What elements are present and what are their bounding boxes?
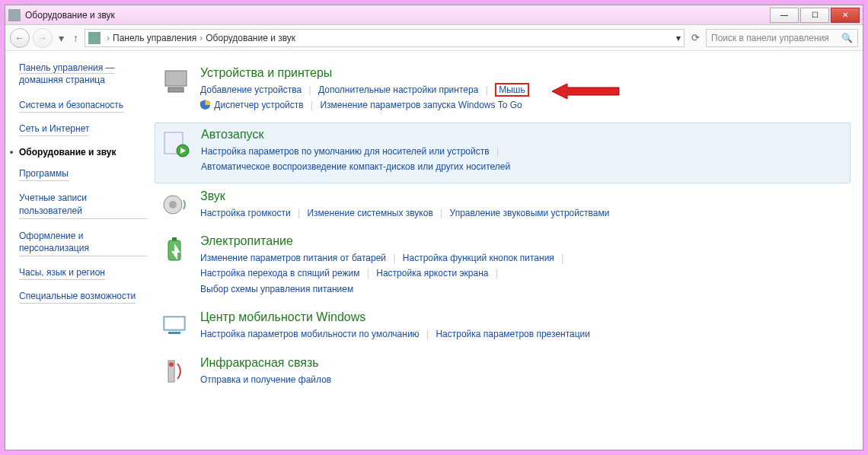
category-autoplay: Автозапуск Настройка параметров по умолч…: [155, 123, 850, 183]
sidebar: Панель управления — домашняя страница Си…: [5, 51, 155, 450]
link-brightness[interactable]: Настройка яркости экрана: [376, 268, 488, 278]
category-sound: Звук Настройка громкости | Изменение сис…: [155, 185, 850, 228]
infrared-icon: [161, 356, 191, 387]
link-system-sounds[interactable]: Изменение системных звуков: [307, 208, 432, 218]
category-title[interactable]: Автозапуск: [201, 128, 844, 142]
link-power-buttons[interactable]: Настройка функций кнопок питания: [403, 253, 554, 263]
svg-rect-1: [168, 88, 183, 92]
link-presentation[interactable]: Настройка параметров презентации: [436, 329, 590, 339]
history-dropdown[interactable]: ▾: [56, 32, 67, 44]
svg-point-14: [169, 362, 174, 367]
sidebar-item-users[interactable]: Учетные записи пользователей: [19, 192, 147, 218]
svg-rect-11: [165, 318, 183, 329]
svg-rect-0: [165, 71, 187, 86]
category-mobility: Центр мобильности Windows Настройка пара…: [155, 306, 850, 349]
category-devices: Устройства и принтеры Добавление устройс…: [155, 62, 850, 121]
sidebar-home-link[interactable]: Панель управления — домашняя страница: [19, 62, 147, 86]
breadcrumb-segment[interactable]: Панель управления: [113, 33, 196, 43]
sidebar-item-clock[interactable]: Часы, язык и регион: [19, 267, 105, 280]
refresh-button[interactable]: ⟳: [688, 32, 703, 43]
address-bar: ← → ▾ ↑ › Панель управления › Оборудован…: [5, 25, 863, 51]
category-title[interactable]: Центр мобильности Windows: [200, 310, 844, 324]
window-icon: [8, 9, 21, 21]
minimize-button[interactable]: —: [770, 8, 799, 23]
shield-icon: [200, 99, 210, 109]
titlebar: Оборудование и звук — ☐ ✕: [5, 5, 863, 25]
svg-marker-2: [552, 84, 619, 99]
arrow-annotation: [552, 82, 621, 105]
back-button[interactable]: ←: [10, 28, 30, 48]
link-add-device[interactable]: Добавление устройства: [200, 84, 302, 95]
link-battery[interactable]: Изменение параметров питания от батарей: [200, 253, 386, 263]
control-panel-window: Оборудование и звук — ☐ ✕ ← → ▾ ↑ › Пане…: [5, 5, 863, 450]
sound-icon: [161, 189, 191, 220]
window-title: Оборудование и звук: [25, 10, 770, 21]
chevron-right-icon: ›: [107, 33, 110, 43]
content-area: Устройства и принтеры Добавление устройс…: [155, 51, 863, 450]
svg-rect-12: [168, 332, 180, 334]
sidebar-item-programs[interactable]: Программы: [19, 168, 69, 181]
category-title[interactable]: Инфракрасная связь: [200, 356, 844, 370]
category-title[interactable]: Электропитание: [200, 234, 844, 248]
category-title[interactable]: Устройства и принтеры: [200, 66, 844, 80]
link-autoplay-defaults[interactable]: Настройка параметров по умолчанию для но…: [201, 146, 490, 157]
maximize-button[interactable]: ☐: [800, 8, 829, 23]
link-ir-sendrecv[interactable]: Отправка и получение файлов: [200, 374, 331, 385]
search-placeholder: Поиск в панели управления: [711, 33, 829, 43]
category-infrared: Инфракрасная связь Отправка и получение …: [155, 352, 850, 395]
link-mobility-defaults[interactable]: Настройка параметров мобильности по умол…: [200, 329, 420, 339]
svg-rect-9: [172, 237, 177, 240]
link-device-manager[interactable]: Диспетчер устройств: [214, 100, 303, 110]
breadcrumb-segment[interactable]: Оборудование и звук: [206, 33, 295, 43]
link-sleep[interactable]: Настройка перехода в спящий режим: [200, 268, 359, 278]
category-title[interactable]: Звук: [200, 189, 844, 203]
forward-button[interactable]: →: [33, 28, 53, 48]
chevron-down-icon[interactable]: ▾: [676, 33, 681, 43]
link-printer-settings[interactable]: Дополнительные настройки принтера: [318, 84, 478, 95]
link-windows-togo[interactable]: Изменение параметров запуска Windows To …: [320, 100, 522, 110]
autoplay-icon: [161, 128, 192, 158]
chevron-right-icon: ›: [199, 33, 203, 43]
sidebar-item-hardware[interactable]: Оборудование и звук: [19, 147, 147, 158]
power-icon: [161, 234, 191, 265]
sidebar-item-accessibility[interactable]: Специальные возможности: [19, 291, 136, 304]
sidebar-item-network[interactable]: Сеть и Интернет: [19, 123, 89, 136]
sidebar-item-system[interactable]: Система и безопасность: [19, 100, 123, 113]
up-button[interactable]: ↑: [70, 32, 81, 44]
control-panel-icon: [88, 32, 101, 44]
link-autoplay-cd[interactable]: Автоматическое воспроизведение компакт-д…: [201, 161, 510, 172]
devices-printers-icon: [161, 66, 191, 97]
category-power: Электропитание Изменение параметров пита…: [155, 230, 850, 304]
mobility-center-icon: [161, 310, 191, 341]
search-input[interactable]: Поиск в панели управления 🔍: [706, 29, 858, 47]
link-volume[interactable]: Настройка громкости: [200, 208, 291, 218]
link-mouse[interactable]: Мышь: [495, 83, 529, 97]
svg-point-7: [169, 201, 177, 208]
sidebar-item-appearance[interactable]: Оформление и персонализация: [19, 230, 147, 256]
breadcrumb[interactable]: › Панель управления › Оборудование и зву…: [85, 29, 685, 47]
search-icon: 🔍: [841, 33, 853, 43]
link-audio-devices[interactable]: Управление звуковыми устройствами: [450, 208, 610, 218]
link-power-scheme[interactable]: Выбор схемы управления питанием: [200, 284, 353, 294]
close-button[interactable]: ✕: [831, 8, 860, 23]
